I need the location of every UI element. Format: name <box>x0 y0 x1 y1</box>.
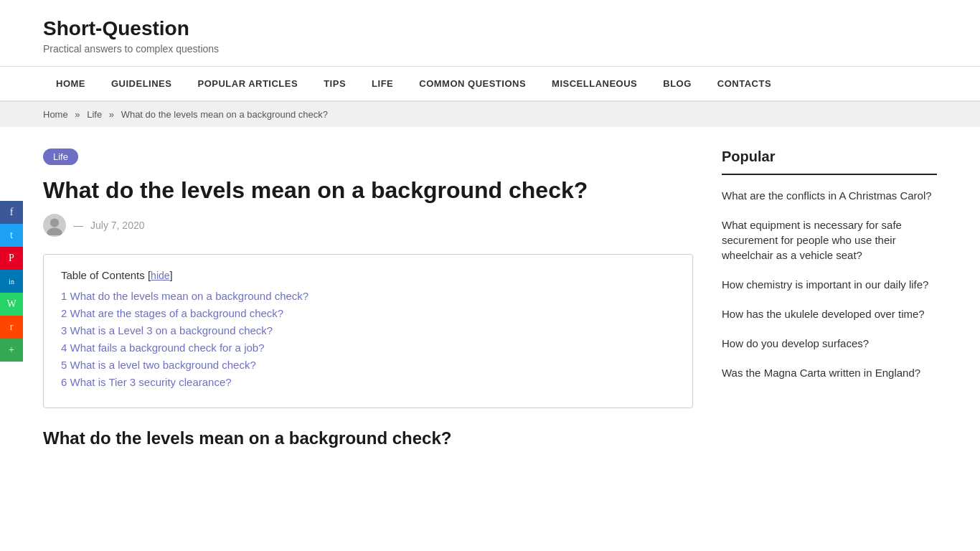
toc-item: 4 What fails a background check for a jo… <box>61 342 675 354</box>
author-dash: — <box>73 220 83 231</box>
svg-point-1 <box>47 228 62 236</box>
toc-link-4[interactable]: 4 What fails a background check for a jo… <box>61 342 265 354</box>
toc-link-2[interactable]: 2 What are the stages of a background ch… <box>61 307 283 319</box>
reddit-icon: r <box>10 321 14 333</box>
site-title[interactable]: Short-Question <box>43 17 937 40</box>
svg-point-0 <box>50 219 59 227</box>
author-avatar <box>43 214 66 237</box>
nav-item-common-questions[interactable]: COMMON QUESTIONS <box>406 67 539 100</box>
nav-item-contacts[interactable]: CONTACTS <box>705 67 784 100</box>
breadcrumb-current: What do the levels mean on a background … <box>121 109 328 120</box>
main-nav: HOMEGUIDELINESPOPULAR ARTICLESTIPSLIFECO… <box>0 67 980 102</box>
nav-item-blog[interactable]: BLOG <box>650 67 705 100</box>
site-header: Short-Question Practical answers to comp… <box>0 0 980 67</box>
nav-item-guidelines[interactable]: GUIDELINES <box>98 67 184 100</box>
toc-link-3[interactable]: 3 What is a Level 3 on a background chec… <box>61 324 273 336</box>
toc-title: Table of Contents [hide] <box>61 269 675 281</box>
sidebar-divider <box>722 174 937 175</box>
site-tagline: Practical answers to complex questions <box>43 43 937 55</box>
pinterest-icon: P <box>9 253 14 264</box>
breadcrumb-life[interactable]: Life <box>87 109 102 120</box>
sidebar-items: What are the conflicts in A Christmas Ca… <box>722 188 937 380</box>
toc-link-6[interactable]: 6 What is Tier 3 security clearance? <box>61 376 232 388</box>
toc-item: 6 What is Tier 3 security clearance? <box>61 376 675 389</box>
linkedin-icon: in <box>9 278 14 286</box>
sidebar-item-christmas-carol[interactable]: What are the conflicts in A Christmas Ca… <box>722 188 937 203</box>
twitter-share-button[interactable]: t <box>0 224 23 247</box>
sidebar-item-surfaces[interactable]: How do you develop surfaces? <box>722 336 937 351</box>
nav-item-home[interactable]: HOME <box>43 67 98 100</box>
nav-item-popular-articles[interactable]: POPULAR ARTICLES <box>184 67 311 100</box>
facebook-icon: f <box>10 207 14 218</box>
toc-link-5[interactable]: 5 What is a level two background check? <box>61 359 256 371</box>
sidebar: Popular What are the conflicts in A Chri… <box>722 149 937 448</box>
sidebar-popular-title: Popular <box>722 149 937 165</box>
nav-item-tips[interactable]: TIPS <box>311 67 359 100</box>
sidebar-item-ukulele[interactable]: How has the ukulele developed over time? <box>722 306 937 321</box>
linkedin-share-button[interactable]: in <box>0 270 23 293</box>
plus-share-button[interactable]: + <box>0 339 23 362</box>
toc-item: 3 What is a Level 3 on a background chec… <box>61 324 675 337</box>
category-tag[interactable]: Life <box>43 149 78 165</box>
article-date: July 7, 2020 <box>90 220 145 231</box>
breadcrumb-sep-1: » <box>75 109 80 120</box>
toc-item: 5 What is a level two background check? <box>61 359 675 372</box>
article-title: What do the levels mean on a background … <box>43 176 693 204</box>
toc-item: 1 What do the levels mean on a backgroun… <box>61 290 675 303</box>
breadcrumb-sep-2: » <box>109 109 114 120</box>
toc-list: 1 What do the levels mean on a backgroun… <box>61 290 675 389</box>
toc-hide-link[interactable]: hide <box>151 270 169 281</box>
whatsapp-icon: W <box>6 298 16 310</box>
twitter-icon: t <box>10 230 13 241</box>
nav-item-life[interactable]: LIFE <box>359 67 406 100</box>
whatsapp-share-button[interactable]: W <box>0 293 23 316</box>
sidebar-item-magna-carta[interactable]: Was the Magna Carta written in England? <box>722 365 937 380</box>
breadcrumb: Home » Life » What do the levels mean on… <box>0 102 980 127</box>
pinterest-share-button[interactable]: P <box>0 247 23 270</box>
page-layout: Life What do the levels mean on a backgr… <box>0 127 980 470</box>
nav-item-miscellaneous[interactable]: MISCELLANEOUS <box>539 67 650 100</box>
reddit-share-button[interactable]: r <box>0 316 23 339</box>
toc-link-1[interactable]: 1 What do the levels mean on a backgroun… <box>61 290 308 302</box>
facebook-share-button[interactable]: f <box>0 201 23 224</box>
author-line: — July 7, 2020 <box>43 214 693 237</box>
avatar-icon <box>44 215 65 235</box>
article-subtitle: What do the levels mean on a background … <box>43 428 693 448</box>
plus-icon: + <box>9 344 14 356</box>
toc-box: Table of Contents [hide] 1 What do the l… <box>43 254 693 408</box>
social-sidebar: f t P in W r + <box>0 201 23 362</box>
breadcrumb-home[interactable]: Home <box>43 109 68 120</box>
main-content: Life What do the levels mean on a backgr… <box>43 149 693 448</box>
sidebar-item-chemistry-daily[interactable]: How chemistry is important in our daily … <box>722 277 937 292</box>
sidebar-item-wheelchair-equipment[interactable]: What equipment is necessary for safe sec… <box>722 217 937 263</box>
toc-item: 2 What are the stages of a background ch… <box>61 307 675 320</box>
